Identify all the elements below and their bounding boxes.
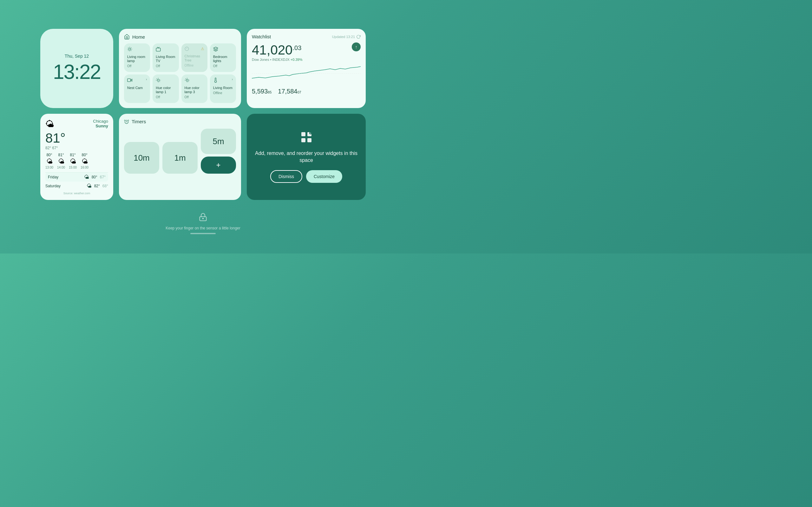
dismiss-button[interactable]: Dismiss: [270, 170, 302, 183]
hourly-item-2: 81° 🌤 14:00: [57, 153, 65, 169]
watchlist-header: Watchlist Updated 13:21: [252, 34, 361, 39]
stock-price: 41,020.03: [252, 43, 302, 58]
stock-change: +0.39%: [291, 58, 303, 61]
daily-item-friday: Friday 🌤 80° 67°: [45, 173, 108, 181]
stock-item-1: 5,59385: [252, 88, 271, 95]
hourly-icon-2: 🌤: [58, 158, 64, 165]
device-card-bedroom-lights[interactable]: Bedroom lights Off: [210, 43, 236, 72]
weather-condition: Sunny: [96, 124, 108, 128]
device-card-living-room-lamp[interactable]: Living room lamp Off: [124, 43, 150, 72]
svg-point-14: [157, 79, 159, 81]
daily-temps-saturday: 82° 68°: [94, 184, 108, 188]
stock-value-1: 5,59385: [252, 88, 271, 95]
svg-line-17: [157, 78, 157, 79]
hourly-item-4: 80° 🌤 16:00: [81, 153, 89, 169]
saturday-high: 82°: [94, 184, 100, 188]
watchlist-title: Watchlist: [252, 34, 271, 39]
hourly-time-1: 13:00: [45, 166, 53, 169]
device-card-living-room-offline[interactable]: › Living Room Offline: [210, 74, 236, 103]
svg-point-0: [129, 48, 131, 50]
daily-icon-friday: 🌤: [84, 174, 89, 180]
nest-cam-chevron: ›: [146, 78, 147, 81]
daily-icon-saturday: 🌤: [87, 183, 92, 189]
christmas-tree-icon: [185, 47, 189, 52]
daily-temps-friday: 80° 67°: [92, 175, 106, 179]
hourly-icon-3: 🌤: [70, 158, 76, 165]
lock-icon: [199, 213, 207, 222]
customize-button[interactable]: Customize: [306, 170, 342, 183]
device-status-hue-lamp-3: Off: [185, 95, 204, 99]
clock-date: Thu, Sep 12: [65, 54, 89, 59]
stock-price-main: 41,020: [252, 43, 293, 58]
saturday-low: 68°: [102, 184, 108, 188]
hourly-time-2: 14:00: [57, 166, 65, 169]
device-card-hue-lamp-3[interactable]: Hue color lamp 3 Off: [182, 74, 207, 103]
device-name-tv: Living Room TV: [156, 55, 175, 63]
daily-day-friday: Friday: [48, 175, 82, 179]
hourly-temp-4: 80°: [82, 153, 88, 157]
svg-rect-9: [156, 48, 160, 51]
living-room-icon: [213, 78, 233, 84]
svg-rect-31: [301, 138, 305, 142]
device-status-christmas-tree: Offline: [185, 64, 204, 67]
device-card-christmas-tree[interactable]: ⚠ Christmas Tree Offline: [182, 43, 207, 72]
device-name-living-room-lamp: Living room lamp: [127, 55, 147, 63]
bedroom-lights-icon: [213, 47, 233, 53]
hourly-icon-4: 🌤: [82, 158, 88, 165]
weather-temp: 81°: [45, 130, 108, 146]
widget-grid-icon: +: [300, 131, 313, 144]
friday-low: 67°: [100, 175, 106, 179]
customize-buttons: Dismiss Customize: [270, 170, 342, 183]
svg-rect-33: [307, 138, 311, 142]
fingerprint-section: Keep your finger on the sensor a little …: [165, 213, 240, 234]
svg-line-7: [128, 50, 129, 51]
stock-bottom: 5,59385 17,58407: [252, 88, 361, 95]
home-title: Home: [132, 34, 145, 40]
weather-city: Chicago: [93, 119, 108, 124]
hourly-icon-1: 🌤: [46, 158, 53, 165]
svg-text:+: +: [310, 132, 311, 134]
tv-icon: [156, 47, 175, 53]
watchlist-updated-text: Updated 13:21: [332, 35, 355, 39]
home-devices-grid: Living room lamp Off Living Room TV Off …: [124, 43, 236, 103]
refresh-icon[interactable]: [356, 35, 361, 39]
home-icon: [124, 34, 130, 40]
hourly-temp-2: 81°: [58, 153, 64, 157]
home-header: Home: [124, 34, 236, 40]
stock-chart: [252, 64, 361, 86]
device-card-hue-lamp-1[interactable]: Hue color lamp 1 Off: [153, 74, 179, 103]
stock-up-button[interactable]: ↑: [352, 43, 361, 51]
device-card-living-room-tv[interactable]: Living Room TV Off: [153, 43, 179, 72]
timer-card-5m[interactable]: 5m: [201, 129, 236, 154]
timer-value-10m: 10m: [134, 153, 150, 163]
weather-source: Source: weather.com: [45, 192, 108, 195]
svg-rect-13: [128, 78, 131, 81]
hourly-item-3: 81° 🌤 15:00: [69, 153, 77, 169]
hue-lamp-1-icon: [156, 78, 175, 84]
stock-index: Dow Jones • INDEXDJX +0.39%: [252, 58, 302, 61]
svg-rect-30: [301, 132, 305, 136]
home-widget: Home Living room lamp Off Living Room TV…: [119, 29, 241, 108]
hourly-temp-1: 80°: [46, 153, 52, 157]
hue-lamp-3-icon: [185, 78, 204, 84]
hourly-item-1: 80° 🌤 13:00: [45, 153, 53, 169]
lamp-icon: [127, 47, 147, 53]
daily-forecast: Friday 🌤 80° 67° Saturday 🌤 82° 68°: [45, 172, 108, 190]
friday-high: 80°: [92, 175, 97, 179]
svg-point-37: [203, 218, 203, 219]
chart-svg: [252, 64, 361, 83]
svg-line-18: [159, 81, 160, 82]
add-timer-button[interactable]: +: [201, 157, 236, 174]
daily-day-saturday: Saturday: [45, 184, 84, 188]
device-card-nest-cam[interactable]: › Nest Cam: [124, 74, 150, 103]
svg-point-21: [186, 79, 188, 81]
timer-card-1m[interactable]: 1m: [162, 142, 198, 174]
fingerprint-icon: [199, 213, 207, 223]
timer-value-1m: 1m: [174, 153, 186, 163]
timer-card-10m[interactable]: 10m: [124, 142, 159, 174]
stock-price-decimal: .03: [293, 44, 301, 52]
customize-text: Add, remove, and reorder your widgets in…: [254, 150, 358, 164]
svg-line-3: [128, 48, 129, 48]
timers-grid: 10m 1m 5m +: [124, 129, 236, 174]
device-status-living-room: Offline: [213, 91, 233, 95]
